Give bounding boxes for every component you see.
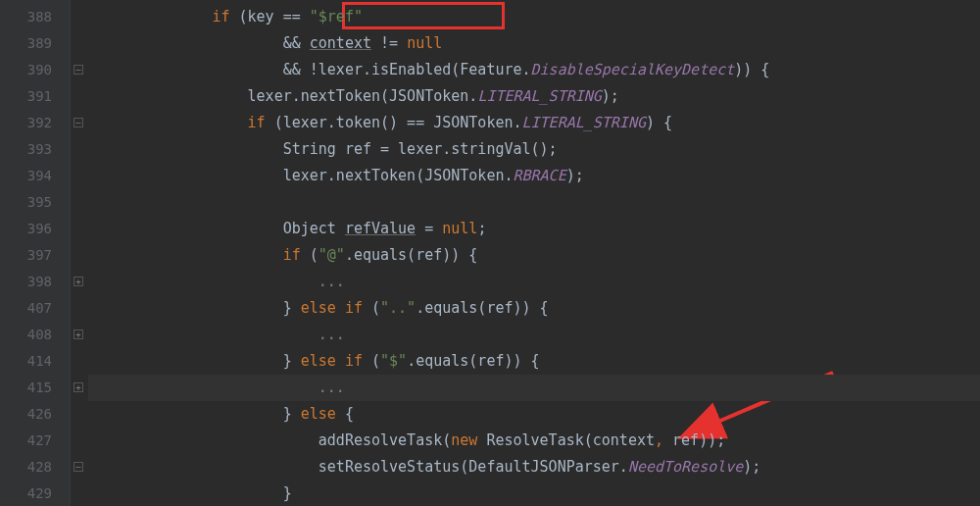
code-token: && !lexer.isEnabled(Feature. bbox=[283, 61, 531, 78]
line-number: 429 bbox=[0, 481, 70, 506]
line-number: 398 bbox=[0, 269, 70, 295]
code-token: context bbox=[310, 34, 371, 52]
code-line[interactable]: if (key == "$ref" bbox=[88, 4, 980, 30]
code-line[interactable]: ... bbox=[88, 375, 980, 401]
line-number: 395 bbox=[0, 189, 70, 216]
line-number: 388 bbox=[0, 4, 70, 30]
code-line[interactable] bbox=[88, 189, 980, 216]
code-line[interactable]: } else { bbox=[88, 401, 980, 428]
code-token: = bbox=[416, 220, 442, 237]
code-token: else if bbox=[301, 299, 371, 317]
code-token: ( bbox=[371, 352, 380, 370]
code-token: ref)); bbox=[672, 431, 725, 449]
code-line[interactable]: } else if ("$".equals(ref)) { bbox=[88, 348, 980, 375]
code-token: LITERAL_STRING bbox=[522, 114, 646, 131]
code-token: setResolveStatus(DefaultJSONParser. bbox=[318, 458, 628, 476]
code-token: if bbox=[283, 246, 310, 264]
fold-toggle-icon[interactable]: – bbox=[74, 118, 83, 127]
code-token: } bbox=[283, 484, 292, 502]
code-token: "$ref" bbox=[310, 8, 363, 25]
code-token: ); bbox=[602, 87, 619, 105]
code-line[interactable]: ... bbox=[88, 322, 980, 348]
line-number: 394 bbox=[0, 163, 70, 189]
code-token: Object bbox=[283, 220, 345, 237]
line-number: 427 bbox=[0, 428, 70, 454]
line-number-gutter: 3883893903913923933943953963973984074084… bbox=[0, 0, 71, 506]
code-token: } bbox=[283, 405, 301, 423]
code-line[interactable]: lexer.nextToken(JSONToken.RBRACE); bbox=[88, 163, 980, 189]
line-number: 415 bbox=[0, 375, 70, 401]
code-token: ); bbox=[743, 458, 760, 476]
code-line[interactable]: lexer.nextToken(JSONToken.LITERAL_STRING… bbox=[88, 83, 980, 110]
code-token: LITERAL_STRING bbox=[477, 87, 601, 105]
code-token: if bbox=[212, 8, 238, 25]
code-area[interactable]: if (key == "$ref" && context != null && … bbox=[88, 0, 980, 506]
line-number: 408 bbox=[0, 322, 70, 348]
code-token: (lexer.token() == JSONToken. bbox=[274, 114, 522, 131]
code-token: RBRACE bbox=[514, 167, 566, 184]
code-token: null bbox=[407, 34, 442, 52]
line-number: 414 bbox=[0, 348, 70, 375]
code-line[interactable]: if (lexer.token() == JSONToken.LITERAL_S… bbox=[88, 110, 980, 136]
code-line[interactable]: Object refValue = null; bbox=[88, 216, 980, 242]
code-token: ... bbox=[318, 326, 345, 343]
code-line[interactable]: } else if ("..".equals(ref)) { bbox=[88, 295, 980, 322]
code-token: != bbox=[371, 34, 407, 52]
code-line[interactable]: ... bbox=[88, 269, 980, 295]
code-token: ); bbox=[566, 167, 584, 184]
fold-toggle-icon[interactable]: + bbox=[74, 329, 83, 339]
code-token: } bbox=[283, 299, 301, 317]
code-line[interactable]: addResolveTask(new ResolveTask(context, … bbox=[88, 428, 980, 454]
code-line[interactable]: String ref = lexer.stringVal(); bbox=[88, 136, 980, 163]
code-token: { bbox=[345, 405, 354, 423]
code-token: ; bbox=[477, 220, 486, 237]
code-token: ( bbox=[371, 299, 380, 317]
code-token: .equals(ref)) { bbox=[416, 299, 548, 317]
code-token: lexer.nextToken(JSONToken. bbox=[283, 167, 514, 184]
code-line[interactable]: } bbox=[88, 481, 980, 506]
code-token: addResolveTask( bbox=[318, 431, 451, 449]
code-token: DisableSpecialKeyDetect bbox=[531, 61, 735, 78]
line-number: 428 bbox=[0, 454, 70, 481]
line-number: 407 bbox=[0, 295, 70, 322]
code-token: else if bbox=[301, 352, 371, 370]
code-token: , bbox=[655, 431, 672, 449]
code-token: ) { bbox=[646, 114, 672, 131]
code-token: if bbox=[248, 114, 274, 131]
line-number: 393 bbox=[0, 136, 70, 163]
code-token: new bbox=[451, 431, 486, 449]
code-token: && bbox=[283, 34, 310, 52]
fold-toggle-icon[interactable]: – bbox=[74, 462, 83, 472]
line-number: 426 bbox=[0, 401, 70, 428]
fold-toggle-icon[interactable]: + bbox=[74, 382, 83, 392]
line-number: 390 bbox=[0, 57, 70, 83]
code-line[interactable]: && context != null bbox=[88, 30, 980, 57]
fold-toggle-icon[interactable]: + bbox=[74, 277, 83, 286]
code-token: else bbox=[301, 405, 345, 423]
code-line[interactable]: if ("@".equals(ref)) { bbox=[88, 242, 980, 269]
code-line[interactable]: setResolveStatus(DefaultJSONParser.NeedT… bbox=[88, 454, 980, 481]
line-number: 392 bbox=[0, 110, 70, 136]
code-token: null bbox=[442, 220, 477, 237]
line-number: 396 bbox=[0, 216, 70, 242]
code-token: (key == bbox=[239, 8, 310, 25]
code-token: ... bbox=[318, 273, 345, 290]
code-token: .equals(ref)) { bbox=[345, 246, 477, 264]
code-token: ( bbox=[310, 246, 318, 264]
line-number: 391 bbox=[0, 83, 70, 110]
code-token: ... bbox=[318, 379, 345, 396]
code-editor[interactable]: 3883893903913923933943953963973984074084… bbox=[0, 0, 980, 506]
code-token: refValue bbox=[345, 220, 416, 237]
code-token: NeedToResolve bbox=[628, 458, 743, 476]
fold-toggle-icon[interactable]: – bbox=[74, 65, 83, 75]
code-token: )) { bbox=[734, 61, 769, 78]
code-token: } bbox=[283, 352, 301, 370]
code-token: "$" bbox=[380, 352, 407, 370]
code-token: String ref = lexer.stringVal(); bbox=[283, 140, 558, 158]
code-token: lexer.nextToken(JSONToken. bbox=[248, 87, 478, 105]
code-line[interactable]: && !lexer.isEnabled(Feature.DisableSpeci… bbox=[88, 57, 980, 83]
code-token: .equals(ref)) { bbox=[407, 352, 539, 370]
line-number: 397 bbox=[0, 242, 70, 269]
code-token: ".." bbox=[380, 299, 416, 317]
code-token: ResolveTask(context bbox=[486, 431, 655, 449]
